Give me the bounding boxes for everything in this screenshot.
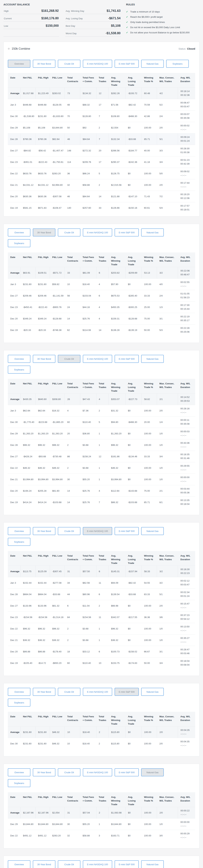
table-row[interactable]: Dec 19$581.15$671.83-$108.47140$257.6033…	[8, 202, 195, 214]
tab-overview[interactable]: Overview	[8, 60, 30, 68]
tab-e-mini-nasdaq-100[interactable]: E-mini NASDAQ 100	[83, 355, 112, 363]
duration-loss: 00:03:47	[180, 583, 194, 587]
tab-e-mini-s-p-500[interactable]: E-mini S&P 500	[115, 688, 139, 696]
tab-natural-gas[interactable]: Natural Gas	[141, 228, 164, 237]
tab-crude-oil[interactable]: Crude Oil	[58, 60, 80, 68]
tab-e-mini-s-p-500[interactable]: E-mini S&P 500	[115, 228, 139, 237]
tab-crude-oil[interactable]: Crude Oil	[58, 228, 80, 237]
table-row[interactable]: Dec 23-$154.56-$154.56-$1,514.1684$154.5…	[8, 612, 195, 623]
tab-overview[interactable]: Overview	[8, 228, 30, 237]
table-row[interactable]: Dec 20$86.88$86.88-$178.4018$33.126$100.…	[8, 646, 195, 657]
cell: $103.04	[80, 290, 96, 301]
table-row[interactable]: Dec 21$36.32$36.32$36.322$3.681$36.32$01…	[8, 634, 195, 646]
table-row[interactable]: Dec 22$46.32$46.32$46.322$3.681$46.32$01…	[8, 462, 195, 473]
table-row[interactable]: Dec 29$3,844.80$3,844.80$3,844.8030$55.2…	[8, 818, 195, 830]
tab-natural-gas[interactable]: Natural Gas	[141, 860, 164, 868]
table-row[interactable]: Dec 22$96.32$96.32$96.322$3.681$96.32$01…	[8, 623, 195, 634]
table-row[interactable]: Dec 19$414.24$414.24-$103.6814$25.767$86…	[8, 496, 195, 508]
cell: 12	[96, 88, 109, 99]
table-row[interactable]: Dec 27-$84.82-$56.42-$1,407.47148$272.32…	[8, 145, 195, 156]
tab-e-mini-s-p-500[interactable]: E-mini S&P 500	[115, 860, 139, 868]
table-row[interactable]: Jan 3$62.64$62.64$16.324$7.362$31.32$010…	[8, 405, 195, 416]
tab-natural-gas[interactable]: Natural Gas	[141, 355, 164, 363]
balance-column-right: Avg. Winning Day $1,741.63 Avg. Losing D…	[65, 7, 121, 36]
tab-e-mini-s-p-500[interactable]: E-mini S&P 500	[115, 355, 139, 363]
tab-overview[interactable]: Overview	[8, 527, 30, 535]
cell: $0	[125, 428, 142, 439]
tab-30-year-bond[interactable]: 30-Year Bond	[33, 228, 55, 237]
table-row[interactable]: Jan 3$152.44$152.44-$277.0834$62.5611$94…	[8, 577, 195, 589]
tab-soybeans[interactable]: Soybeans	[8, 538, 30, 546]
tab-crude-oil[interactable]: Crude Oil	[58, 860, 80, 868]
tab-overview[interactable]: Overview	[8, 688, 30, 696]
tab-30-year-bond[interactable]: 30-Year Bond	[33, 768, 55, 776]
tab-soybeans[interactable]: Soybeans	[8, 366, 30, 374]
tab-overview[interactable]: Overview	[8, 860, 30, 868]
cell: -$158.02	[125, 646, 142, 657]
table-row[interactable]: Dec 30-$1,538.80$231.60-$1,633.6070$128.…	[8, 111, 195, 122]
table-row[interactable]: Dec 27$209.46$209.46-$1,141.5956$103.046…	[8, 290, 195, 301]
tab-30-year-bond[interactable]: 30-Year Bond	[33, 355, 55, 363]
tab-30-year-bond[interactable]: 30-Year Bond	[33, 527, 55, 535]
table-row[interactable]: Dec 20$630.36$630.36-$307.0846$84.6414$1…	[8, 191, 195, 202]
cell: 100.00	[142, 818, 157, 830]
table-row[interactable]: Dec 20$349.24$349.24-$128.6814$25.764$15…	[8, 313, 195, 324]
tab-soybeans[interactable]: Soybeans	[8, 699, 30, 707]
tab-soybeans[interactable]: Soybeans	[166, 60, 189, 68]
cell: $46.32	[36, 462, 50, 473]
tab-soybeans[interactable]: Soybeans	[8, 239, 30, 247]
tab-natural-gas[interactable]: Natural Gas	[141, 527, 164, 535]
table-row[interactable]: Dec 27-$428.24-$93.68-$730.4886$158.2412…	[8, 451, 195, 462]
tab-e-mini-s-p-500[interactable]: E-mini S&P 500	[115, 527, 139, 535]
table-row[interactable]: Dec 23-$391.01-$222.43-$1,750.61114$209.…	[8, 156, 195, 168]
table-row[interactable]: Dec 22$491.12$491.12$263.2032$58.883$163…	[8, 830, 195, 841]
table-row[interactable]: Dec 22$633.76$633.76$263.2036$66.245$126…	[8, 168, 195, 179]
tab-e-mini-nasdaq-100[interactable]: E-mini NASDAQ 100	[83, 527, 112, 535]
tab-natural-gas[interactable]: Natural Gas	[141, 60, 164, 68]
table-row[interactable]: Dec 20$194.24$205.28$61.6014$25.764$112.…	[8, 485, 195, 496]
column-header-max-consec-w-l-trades: Max. Consec. W/L Trades	[157, 252, 178, 267]
tab-overview[interactable]: Overview	[8, 355, 30, 363]
tab-30-year-bond[interactable]: 30-Year Bond	[33, 860, 55, 868]
tab-e-mini-nasdaq-100[interactable]: E-mini NASDAQ 100	[83, 228, 112, 237]
table-row[interactable]: Dec 19-$20.33-$20.33-$746.3862$114.0814$…	[8, 324, 195, 336]
table-row[interactable]: Dec 30-$1,770.40-$223.68-$1,865.2060$110…	[8, 416, 195, 428]
table-row[interactable]: Dec 29$1,263.20$1,263.20$1,263.2020$36.8…	[8, 428, 195, 439]
table-row[interactable]: Dec 21$4,031.12$4,031.12$3,994.8032$58.8…	[8, 179, 195, 191]
cell: $263.20	[50, 168, 65, 179]
tab-e-mini-nasdaq-100[interactable]: E-mini NASDAQ 100	[83, 60, 112, 68]
table-row[interactable]: Jan 3$446.68$446.68-$128.0548$88.3217$71…	[8, 99, 195, 111]
table-row[interactable]: Dec 27$133.96$133.96$61.326$11.042$66.98…	[8, 600, 195, 612]
table-row[interactable]: Jan 3$231.60$231.60$58.8210$18.404$57.90…	[8, 278, 195, 290]
tab-e-mini-nasdaq-100[interactable]: E-mini NASDAQ 100	[83, 768, 112, 776]
tab-e-mini-nasdaq-100[interactable]: E-mini NASDAQ 100	[83, 688, 112, 696]
table-row[interactable]: Dec 28$760.36$760.36$62.6446$84.647$132.…	[8, 133, 195, 145]
tab-30-year-bond[interactable]: 30-Year Bond	[33, 60, 55, 68]
tab-crude-oil[interactable]: Crude Oil	[58, 527, 80, 535]
table-row[interactable]: Dec 30$231.60$231.60$46.3210$18.402$115.…	[8, 738, 195, 749]
tab-soybeans[interactable]: Soybeans	[8, 779, 30, 787]
table-row[interactable]: Dec 23-$450.41-$222.43-$900.7624$44.164$…	[8, 301, 195, 313]
cell: 46	[65, 191, 80, 202]
table-row[interactable]: Dec 19-$105.40-$14.72-$650.2060$110.4010…	[8, 657, 195, 669]
tab-e-mini-s-p-500[interactable]: E-mini S&P 500	[115, 60, 139, 68]
tab-natural-gas[interactable]: Natural Gas	[141, 768, 164, 776]
tab-e-mini-s-p-500[interactable]: E-mini S&P 500	[115, 768, 139, 776]
cell: -$746.38	[50, 324, 65, 336]
table-row[interactable]: Dec 29$5,108$5,108$3,844.8050$922$2,554$…	[8, 122, 195, 133]
table-row[interactable]: Dec 28$96.32$96.32$96.322$3.681$96.32$01…	[8, 439, 195, 451]
table-row[interactable]: Dec 28$664.04$664.04-$33.6844$80.966$139…	[8, 589, 195, 600]
tab-overview[interactable]: Overview	[8, 768, 30, 776]
tab-crude-oil[interactable]: Crude Oil	[58, 355, 80, 363]
tab-list: Overview30-Year BondCrude OilE-mini NASD…	[8, 355, 178, 374]
tab-e-mini-nasdaq-100[interactable]: E-mini NASDAQ 100	[83, 860, 112, 868]
cell: $2,015.56	[109, 179, 125, 191]
cell: -$466.30	[125, 111, 142, 122]
cell: 2/0	[157, 405, 178, 416]
table-row[interactable]: Dec 21$3,994.80$3,994.80$3,994.8030$55.2…	[8, 473, 195, 485]
tab-natural-gas[interactable]: Natural Gas	[141, 688, 164, 696]
tab-30-year-bond[interactable]: 30-Year Bond	[33, 688, 55, 696]
cell-date: Dec 27	[8, 600, 21, 612]
tab-crude-oil[interactable]: Crude Oil	[58, 768, 80, 776]
tab-crude-oil[interactable]: Crude Oil	[58, 688, 80, 696]
